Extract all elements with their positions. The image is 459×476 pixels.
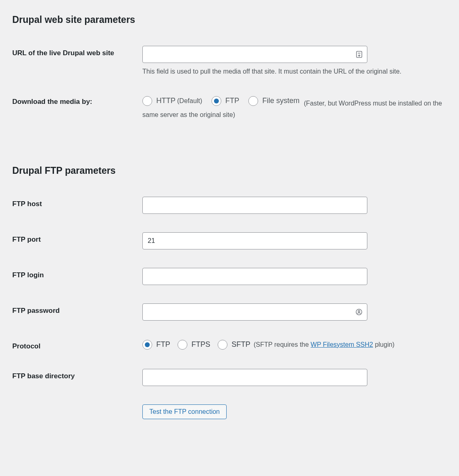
radio-http-suffix: (Default) <box>177 95 202 106</box>
label-ftp-port: FTP port <box>12 232 142 244</box>
radio-http-label[interactable]: HTTP <box>156 94 176 107</box>
link-wp-filesystem-ssh2[interactable]: WP Filesystem SSH2 <box>310 341 373 348</box>
radio-filesystem-label[interactable]: File system <box>262 94 299 107</box>
protocol-note: (SFTP requires the WP Filesystem SSH2 pl… <box>254 340 394 350</box>
radio-ftp[interactable] <box>212 96 221 106</box>
input-ftp-port[interactable] <box>142 232 367 249</box>
radio-protocol-ftps-label[interactable]: FTPS <box>191 339 210 350</box>
input-ftp-password[interactable] <box>142 303 367 321</box>
label-protocol: Protocol <box>12 339 142 350</box>
section-heading-drupal-site: Drupal web site parameters <box>12 14 447 25</box>
description-url-live-site: This field is used to pull the media off… <box>142 67 447 76</box>
radio-filesystem[interactable] <box>248 96 258 106</box>
label-ftp-password: FTP password <box>12 303 142 315</box>
label-ftp-host: FTP host <box>12 197 142 208</box>
input-ftp-base-dir[interactable] <box>142 369 367 386</box>
radio-protocol-ftp[interactable] <box>142 340 152 350</box>
input-ftp-host[interactable] <box>142 197 367 214</box>
radio-protocol-sftp[interactable] <box>218 340 227 350</box>
label-ftp-login: FTP login <box>12 268 142 279</box>
test-ftp-connection-button[interactable]: Test the FTP connection <box>142 404 227 419</box>
section-heading-ftp-params: Drupal FTP parameters <box>12 165 447 176</box>
input-ftp-login[interactable] <box>142 268 367 285</box>
label-ftp-base-dir: FTP base directory <box>12 369 142 380</box>
label-download-media: Download the media by: <box>12 94 142 106</box>
radio-http[interactable] <box>142 96 152 106</box>
radio-protocol-ftp-label[interactable]: FTP <box>156 339 170 350</box>
radio-protocol-ftps[interactable] <box>178 340 187 350</box>
input-url-live-site[interactable] <box>142 46 367 63</box>
label-url-live-site: URL of the live Drupal web site <box>12 46 142 57</box>
radio-protocol-sftp-label[interactable]: SFTP <box>232 339 250 350</box>
radio-ftp-label[interactable]: FTP <box>225 94 239 107</box>
